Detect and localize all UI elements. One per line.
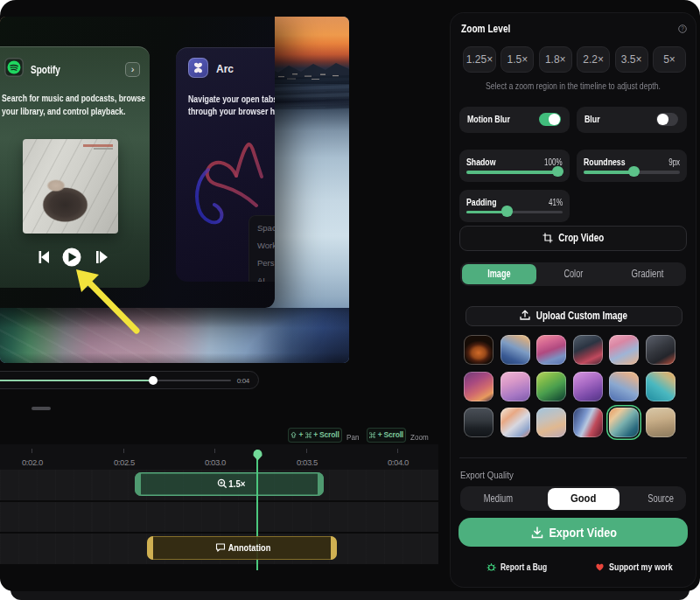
svg-text:?: ?	[681, 25, 684, 31]
